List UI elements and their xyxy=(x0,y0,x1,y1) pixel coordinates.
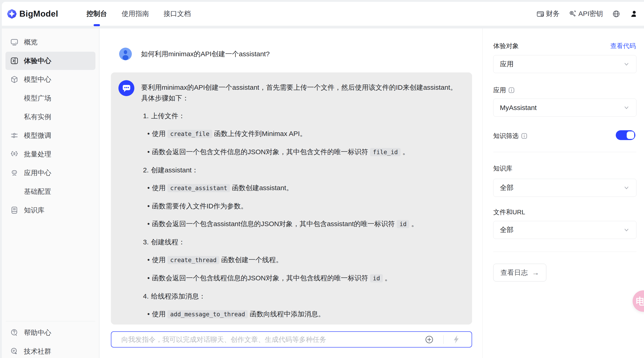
braces-icon xyxy=(10,150,18,158)
sidebar-item-私有实例[interactable]: 私有实例 xyxy=(6,108,96,126)
nav-tab-2[interactable]: 接口文档 xyxy=(161,2,194,26)
inline-code-chip: id xyxy=(370,274,382,282)
assistant-message-line: •函数会返回一个包含assistant信息的JSON对象，其中包含assista… xyxy=(141,218,460,230)
sidebar-item-label: 技术社群 xyxy=(24,347,51,356)
nav-tab-label: 控制台 xyxy=(86,9,107,18)
assistant-message-line: •使用 create_thread 函数创建一个线程。 xyxy=(141,254,460,266)
app-root: BigModel 控制台使用指南接口文档 财务 API密钥 xyxy=(0,0,644,358)
list-number: 3. xyxy=(143,238,149,246)
assistant-avatar-icon xyxy=(118,80,134,96)
brand-name: BigModel xyxy=(19,9,58,19)
lightning-icon[interactable] xyxy=(452,334,462,344)
finance-nav-item[interactable]: 财务 xyxy=(536,9,560,18)
api-keys-nav-item[interactable]: API密钥 xyxy=(569,9,603,18)
assistant-message-line: 2.创建assistant： xyxy=(141,165,460,175)
bullet-dot: • xyxy=(147,218,150,229)
sliders-icon xyxy=(10,132,18,140)
sidebar-item-应用中心[interactable]: 应用中心 xyxy=(6,164,96,182)
experience-target-select[interactable]: 应用 xyxy=(493,55,636,73)
sidebar-item-label: 体验中心 xyxy=(24,56,51,66)
message-text: 。 xyxy=(409,220,418,228)
message-text: 创建assistant： xyxy=(151,166,198,174)
assistant-message-line: •使用 create_file 函数上传文件到Minimax API。 xyxy=(141,128,460,139)
message-text: 上传文件： xyxy=(151,112,185,120)
globe-icon xyxy=(612,10,620,18)
sidebar-item-模型广场[interactable]: 模型广场 xyxy=(6,89,96,107)
info-icon[interactable] xyxy=(521,133,528,139)
user-message-row: 如何利用minimax的API创建一个assistant? xyxy=(119,48,270,60)
inline-code-chip: create_assistant xyxy=(168,184,230,192)
key-icon xyxy=(569,10,576,18)
robot-icon xyxy=(10,169,18,177)
message-text: 函数会返回一个包含assistant信息的JSON对象，其中包含assistan… xyxy=(152,220,397,228)
nav-right: 财务 API密钥 xyxy=(536,2,638,26)
active-tab-underline xyxy=(94,24,100,26)
assistant-message-line: •使用 create_assistant 函数创建assistant。 xyxy=(141,182,460,194)
sidebar-item-模型微调[interactable]: 模型微调 xyxy=(6,126,96,144)
message-text: 创建线程： xyxy=(151,238,185,246)
book-icon xyxy=(10,206,18,214)
sidebar-list: 概览体验中心模型中心模型广场私有实例模型微调批量处理应用中心基础配置知识库 xyxy=(2,32,99,220)
sidebar-item-label: 应用中心 xyxy=(24,168,51,178)
chevron-down-icon xyxy=(623,61,630,68)
view-logs-button[interactable]: 查看日志 → xyxy=(493,264,546,282)
assistant-message-line: 3.创建线程： xyxy=(141,236,460,247)
nav-tab-label: 使用指南 xyxy=(122,9,149,18)
nav-tab-0[interactable]: 控制台 xyxy=(84,2,110,26)
inline-code-chip: file_id xyxy=(370,148,400,156)
sidebar-item-label: 概览 xyxy=(24,38,38,47)
message-text: 。 xyxy=(383,274,392,282)
help-icon xyxy=(10,328,18,337)
sidebar-item-label: 帮助中心 xyxy=(24,328,51,338)
app-select[interactable]: MyAssistant xyxy=(493,98,636,116)
sidebar-item-体验中心[interactable]: 体验中心 xyxy=(6,52,96,70)
experience-target-value: 应用 xyxy=(500,60,514,69)
account-avatar-button[interactable] xyxy=(630,10,638,18)
files-url-select[interactable]: 全部 xyxy=(493,221,636,239)
bullet-dot: • xyxy=(147,201,150,211)
message-text: 函数需要传入文件ID作为参数。 xyxy=(152,202,248,210)
bullet-dot: • xyxy=(147,146,150,157)
bullet-dot: • xyxy=(147,182,150,193)
assistant-message-line: 4.给线程添加消息： xyxy=(141,291,460,302)
prompt-input[interactable] xyxy=(122,332,418,347)
user-avatar xyxy=(119,48,132,60)
message-text: 使用 xyxy=(152,310,168,318)
user-avatar-icon xyxy=(630,10,638,18)
brand[interactable]: BigModel xyxy=(6,2,58,26)
sidebar-item-技术社群[interactable]: 技术社群 xyxy=(6,342,96,358)
message-text: 函数创建一个线程。 xyxy=(219,256,282,264)
nav-tab-1[interactable]: 使用指南 xyxy=(119,2,152,26)
sidebar-item-帮助中心[interactable]: 帮助中心 xyxy=(6,324,96,342)
assistant-message-content: 要利用minimax的API创建一个assistant，首先需要上传一个文件，然… xyxy=(141,82,460,324)
top-navbar: BigModel 控制台使用指南接口文档 财务 API密钥 xyxy=(2,2,644,26)
assistant-message-bubble: 要利用minimax的API创建一个assistant，首先需要上传一个文件，然… xyxy=(111,72,472,324)
sidebar-item-基础配置[interactable]: 基础配置 xyxy=(6,182,96,201)
sidebar-item-批量处理[interactable]: 批量处理 xyxy=(6,145,96,163)
list-number: 1. xyxy=(143,112,149,120)
chat-main: 如何利用minimax的API创建一个assistant? 要利用minimax… xyxy=(100,28,482,358)
floating-contact-badge[interactable]: 电 xyxy=(632,290,644,312)
sidebar-item-知识库[interactable]: 知识库 xyxy=(6,201,96,219)
bullet-dot: • xyxy=(147,308,150,319)
app-label: 应用 xyxy=(493,86,515,94)
attach-plus-icon[interactable] xyxy=(424,334,434,344)
sidebar-item-概览[interactable]: 概览 xyxy=(6,33,96,51)
knowledge-filter-toggle[interactable] xyxy=(616,130,635,140)
view-code-link[interactable]: 查看代码 xyxy=(610,42,636,50)
inline-code-chip: create_file xyxy=(168,130,212,138)
assistant-message-line: 1.上传文件： xyxy=(141,110,460,121)
assistant-message-line: •使用 add_message_to_thread 函数向线程中添加消息。 xyxy=(141,308,460,320)
message-text: 函数会返回一个包含文件信息的JSON对象，其中包含文件的唯一标识符 xyxy=(152,148,370,156)
config-panel: 体验对象 查看代码 应用 应用 MyAssistant 知识筛选 xyxy=(482,28,644,358)
prompt-input-bar xyxy=(111,331,472,348)
inline-code-chip: id xyxy=(397,220,409,228)
list-number: 4. xyxy=(143,292,149,300)
sidebar-item-模型中心[interactable]: 模型中心 xyxy=(6,70,96,88)
knowledge-base-select[interactable]: 全部 xyxy=(493,179,636,197)
sidebar-item-label: 模型中心 xyxy=(24,75,51,84)
language-globe-button[interactable] xyxy=(612,10,620,18)
nav-tab-label: 接口文档 xyxy=(164,9,191,18)
knowledge-base-label: 知识库 xyxy=(493,164,512,173)
info-icon[interactable] xyxy=(508,87,515,93)
